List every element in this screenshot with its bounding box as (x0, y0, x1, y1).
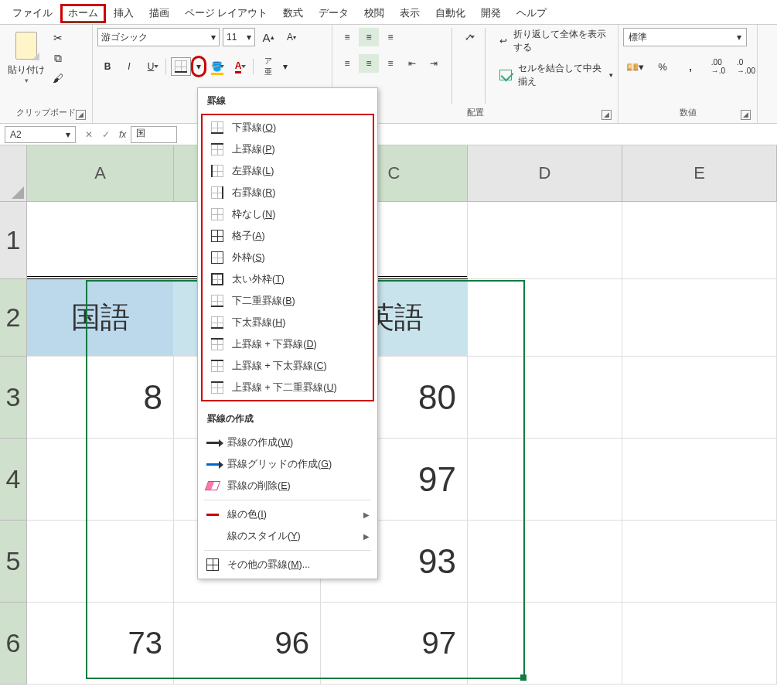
percent-button[interactable]: % (651, 57, 674, 76)
menu-developer[interactable]: 開発 (473, 4, 509, 23)
select-all-corner[interactable] (0, 145, 27, 202)
border-none-item[interactable]: 枠なし(N) (203, 203, 373, 225)
fill-color-button[interactable]: 🪣 (206, 57, 227, 76)
row-1[interactable]: 1 (0, 202, 27, 279)
border-thick-outside-item[interactable]: 太い外枠(T) (203, 268, 373, 290)
name-box[interactable]: A2▾ (5, 126, 76, 143)
menu-data[interactable]: データ (311, 4, 356, 23)
cell-A3[interactable]: 8 (27, 357, 174, 439)
border-button[interactable] (171, 57, 191, 76)
decrease-decimal-button[interactable]: .0→.00 (734, 57, 758, 76)
increase-decimal-button[interactable]: .00→.0 (707, 57, 730, 76)
cell-E6[interactable] (622, 603, 777, 685)
cell-E4[interactable] (622, 439, 777, 521)
line-color-item[interactable]: 線の色(I)▶ (198, 504, 377, 525)
phonetic-arrow[interactable]: ▾ (280, 57, 291, 76)
menu-view[interactable]: 表示 (392, 4, 428, 23)
cell-D6[interactable] (468, 603, 622, 685)
col-D[interactable]: D (468, 145, 622, 202)
decrease-font-icon[interactable]: A▾ (281, 28, 302, 46)
border-menu-arrow[interactable]: ▾ (193, 57, 205, 76)
cut-icon[interactable]: ✂ (51, 31, 65, 45)
menu-formulas[interactable]: 数式 (275, 4, 311, 23)
border-top-bottom-item[interactable]: 上罫線 + 下罫線(D) (203, 333, 373, 355)
border-right-item[interactable]: 右罫線(R) (203, 182, 373, 203)
menu-pagelayout[interactable]: ページ レイアウト (177, 4, 275, 23)
cell-D2[interactable] (468, 279, 622, 357)
font-color-button[interactable]: A (228, 57, 248, 76)
cell-E5[interactable] (622, 521, 777, 603)
number-dialog-launcher[interactable]: ◢ (741, 110, 751, 120)
align-center-icon[interactable]: ≡ (359, 54, 379, 73)
align-left-icon[interactable]: ≡ (337, 54, 357, 73)
line-style-item[interactable]: 線のスタイル(Y)▶ (198, 525, 377, 547)
erase-border-item[interactable]: 罫線の削除(E) (198, 475, 377, 497)
menu-insert[interactable]: 挿入 (106, 4, 141, 23)
italic-button[interactable]: I (119, 57, 139, 76)
row-4[interactable]: 4 (0, 439, 27, 521)
draw-border-grid-item[interactable]: 罫線グリッドの作成(G) (198, 453, 377, 475)
row-5[interactable]: 5 (0, 521, 27, 603)
cell-D4[interactable] (468, 439, 622, 521)
indent-decrease-icon[interactable]: ⇤ (402, 54, 422, 73)
underline-button[interactable]: U (141, 57, 161, 76)
align-middle-icon[interactable]: ≡ (359, 28, 379, 46)
border-bottom-item[interactable]: 下罫線(O) (203, 117, 373, 138)
paste-button[interactable]: 貼り付け ▾ (5, 28, 48, 86)
border-top-item[interactable]: 上罫線(P) (203, 138, 373, 160)
draw-border-item[interactable]: 罫線の作成(W) (198, 432, 377, 453)
number-format-select[interactable]: 標準▾ (623, 28, 747, 46)
col-A[interactable]: A (27, 145, 174, 202)
align-top-icon[interactable]: ≡ (337, 28, 357, 46)
col-E[interactable]: E (622, 145, 777, 202)
cell-E2[interactable] (622, 279, 777, 357)
cell-A5[interactable] (27, 521, 174, 603)
font-name-select[interactable]: 游ゴシック▾ (97, 28, 220, 46)
cell-D3[interactable] (468, 357, 622, 439)
wrap-text-button[interactable]: ↩折り返して全体を表示する (499, 28, 613, 54)
border-outside-item[interactable]: 外枠(S) (203, 247, 373, 268)
orientation-button[interactable]: ⤢ (460, 28, 478, 46)
indent-increase-icon[interactable]: ⇥ (424, 54, 444, 73)
cell-A6[interactable]: 73 (27, 603, 174, 685)
enter-icon[interactable]: ✓ (97, 129, 114, 140)
cell-A2[interactable]: 国語 (27, 279, 174, 357)
align-right-icon[interactable]: ≡ (380, 54, 400, 73)
currency-button[interactable]: 💴▾ (623, 57, 646, 76)
clipboard-dialog-launcher[interactable]: ◢ (76, 110, 86, 120)
copy-icon[interactable]: ⧉ (51, 51, 65, 65)
border-left-item[interactable]: 左罫線(L) (203, 160, 373, 182)
more-borders-item[interactable]: その他の罫線(M)... (198, 554, 377, 575)
format-painter-icon[interactable]: 🖌 (51, 71, 65, 85)
bold-button[interactable]: B (97, 57, 118, 76)
menu-home[interactable]: ホーム (60, 4, 106, 23)
border-top-doublebottom-item[interactable]: 上罫線 + 下二重罫線(U) (203, 377, 373, 398)
cancel-icon[interactable]: ✕ (80, 129, 97, 140)
border-all-item[interactable]: 格子(A) (203, 225, 373, 247)
menu-automate[interactable]: 自動化 (428, 4, 473, 23)
cell-D5[interactable] (468, 521, 622, 603)
font-size-select[interactable]: 11▾ (223, 28, 255, 46)
formula-input[interactable]: 国 (131, 126, 177, 143)
cell-E1[interactable] (622, 202, 777, 279)
cell-C6[interactable]: 97 (321, 603, 468, 685)
row-2[interactable]: 2 (0, 279, 27, 357)
border-top-thickbottom-item[interactable]: 上罫線 + 下太罫線(C) (203, 355, 373, 377)
menu-file[interactable]: ファイル (5, 4, 60, 23)
row-3[interactable]: 3 (0, 357, 27, 439)
comma-button[interactable]: , (679, 57, 702, 76)
fx-icon[interactable]: fx (114, 129, 131, 140)
border-bottom-double-item[interactable]: 下二重罫線(B) (203, 290, 373, 312)
paste-arrow-icon[interactable]: ▾ (25, 77, 29, 84)
cell-E3[interactable] (622, 357, 777, 439)
cell-D1[interactable] (468, 202, 622, 279)
alignment-dialog-launcher[interactable]: ◢ (601, 110, 612, 120)
merge-center-button[interactable]: セルを結合して中央揃え▾ (499, 62, 613, 88)
align-bottom-icon[interactable]: ≡ (380, 28, 400, 46)
row-6[interactable]: 6 (0, 603, 27, 685)
border-bottom-thick-item[interactable]: 下太罫線(H) (203, 312, 373, 333)
menu-review[interactable]: 校閲 (356, 4, 392, 23)
menu-help[interactable]: ヘルプ (509, 4, 554, 23)
cell-A4[interactable] (27, 439, 174, 521)
cell-B6[interactable]: 96 (174, 603, 321, 685)
